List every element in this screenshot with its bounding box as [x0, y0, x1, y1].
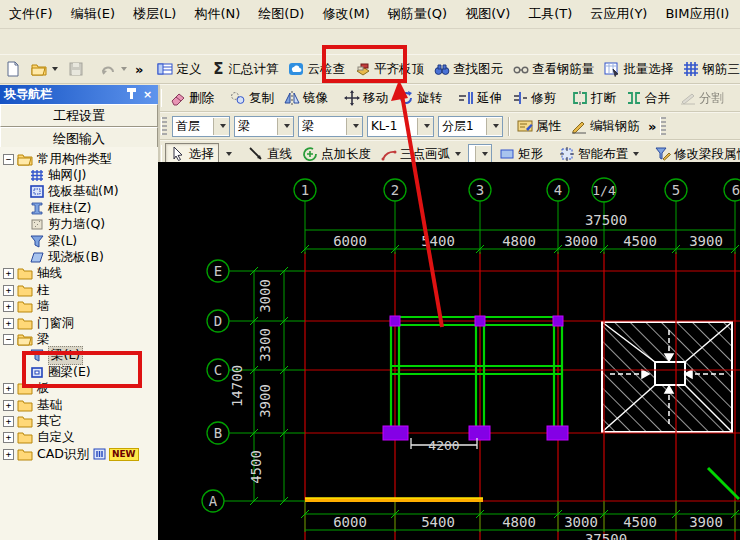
copy-icon [230, 90, 246, 106]
batch-select-button[interactable]: 批量选择 [599, 58, 678, 81]
menu-item-file[interactable]: 文件(F) [0, 2, 62, 26]
mirror-icon [284, 90, 300, 106]
sum-calc-button[interactable]: Σ汇总计算 [206, 57, 283, 81]
tree-item-beam-selected[interactable]: 梁(L) [0, 348, 158, 364]
menu-item-cloud[interactable]: 云应用(Y) [581, 2, 656, 26]
open-folder-icon [17, 333, 33, 346]
expand-icon[interactable] [3, 268, 14, 279]
chevron-down-icon[interactable] [346, 118, 362, 135]
menu-item-modify[interactable]: 修改(M) [313, 2, 378, 26]
expand-icon[interactable] [3, 416, 14, 427]
rotate-button[interactable]: 旋转 [393, 87, 447, 110]
tree-item-cad-recognition[interactable]: CAD识别NEW [0, 446, 158, 462]
tree-item-foundation[interactable]: 基础 [0, 397, 158, 413]
svg-text:D: D [214, 313, 222, 329]
menu-item-view[interactable]: 视图(V) [456, 2, 519, 26]
binoculars-icon [434, 61, 450, 77]
raft-icon [30, 185, 44, 198]
select-dropdown-button[interactable] [219, 149, 237, 159]
toolbar-overflow-button[interactable]: » [132, 62, 146, 77]
save-button[interactable] [63, 58, 89, 80]
expand-icon[interactable] [3, 285, 14, 296]
chevron-down-icon[interactable] [417, 118, 433, 135]
tree-item-slab[interactable]: 板 [0, 380, 158, 396]
chevron-down-icon[interactable] [475, 146, 491, 163]
properties-button[interactable]: 属性 [512, 115, 566, 138]
close-icon[interactable]: × [141, 88, 154, 101]
edit-rebar-button[interactable]: 编辑钢筋 [566, 115, 645, 138]
collapse-icon[interactable] [3, 334, 14, 345]
subcategory-select[interactable]: 梁 [298, 116, 363, 137]
tree-item-other[interactable]: 其它 [0, 413, 158, 429]
menu-item-rebar[interactable]: 钢筋量(Q) [379, 2, 456, 26]
category-select[interactable]: 梁 [234, 116, 294, 137]
break-button[interactable]: 打断 [567, 87, 621, 110]
delete-button[interactable]: 删除 [165, 87, 219, 110]
toolbar-drag-handle[interactable] [660, 117, 666, 135]
expand-icon[interactable] [3, 383, 14, 394]
rebar-3d-button[interactable]: 钢筋三维 [678, 58, 740, 81]
expand-icon[interactable] [3, 400, 14, 411]
merge-button[interactable]: 合并 [621, 87, 675, 110]
trim-button[interactable]: 修剪 [507, 87, 561, 110]
menu-item-edit[interactable]: 编辑(E) [62, 2, 124, 26]
find-element-button[interactable]: 查找图元 [429, 58, 508, 81]
tree-item-frame-column[interactable]: 框柱(Z) [0, 200, 158, 216]
chevron-down-icon[interactable] [213, 118, 229, 135]
tree-item-custom[interactable]: 自定义 [0, 430, 158, 446]
chevron-down-icon[interactable] [486, 118, 502, 135]
toolbar-drag-handle[interactable] [161, 117, 167, 135]
toolbar-drag-handle[interactable] [161, 89, 162, 107]
svg-text:1/4: 1/4 [592, 183, 616, 198]
new-file-button[interactable] [0, 58, 26, 80]
align-slab-top-button[interactable]: 平齐板顶 [350, 58, 429, 81]
expand-icon[interactable] [3, 449, 14, 460]
element-name-select[interactable]: KL-1 [367, 116, 434, 137]
menu-item-bim[interactable]: BIM应用(I) [656, 2, 738, 26]
tree-item-shear-wall[interactable]: 剪力墙(Q) [0, 217, 158, 233]
expand-icon[interactable] [3, 318, 14, 329]
diagonal-beam[interactable] [708, 468, 739, 499]
tree-item-axes[interactable]: 轴线 [0, 266, 158, 282]
expand-icon[interactable] [3, 301, 14, 312]
tree-item-raft-foundation[interactable]: 筏板基础(M) [0, 184, 158, 200]
extend-button[interactable]: 延伸 [453, 87, 507, 110]
toolbar-overflow-button[interactable]: » [645, 119, 659, 134]
cloud-check-button[interactable]: 云检查 [283, 58, 350, 81]
undo-button[interactable] [95, 58, 132, 80]
arc-icon [381, 146, 397, 162]
mirror-button[interactable]: 镜像 [279, 87, 333, 110]
beam-lines[interactable] [391, 317, 563, 428]
move-button[interactable]: 移动 [339, 87, 393, 110]
tree-item-column[interactable]: 柱 [0, 282, 158, 298]
view-rebar-button[interactable]: 查看钢筋量 [508, 58, 600, 81]
toolbar-drag-handle[interactable] [161, 145, 162, 163]
floor-select[interactable]: 首层 [172, 116, 230, 137]
chevron-down-icon[interactable] [277, 118, 293, 135]
align-button[interactable]: 对 [735, 87, 740, 110]
yellow-beam[interactable] [305, 498, 483, 502]
tree-item-wall[interactable]: 墙 [0, 299, 158, 315]
tree-item-openings[interactable]: 门窗洞 [0, 315, 158, 331]
project-settings-button[interactable]: 工程设置 [0, 104, 158, 127]
tree-item-axis-grid[interactable]: 轴网(J) [0, 167, 158, 183]
panel-title-bar[interactable]: 块导航栏 × [0, 85, 158, 104]
layer-select[interactable]: 分层1 [438, 116, 503, 137]
tree-item-beam[interactable]: 梁(L) [0, 233, 158, 249]
tree-item-ring-beam[interactable]: 圈梁(E) [0, 364, 158, 380]
copy-button[interactable]: 复制 [225, 87, 279, 110]
tree-item-cast-slab[interactable]: 现浇板(B) [0, 249, 158, 265]
open-file-button[interactable] [26, 58, 63, 80]
expand-icon[interactable] [3, 432, 14, 443]
define-button[interactable]: 定义 [152, 58, 206, 81]
menu-item-floor[interactable]: 楼层(L) [124, 2, 185, 26]
split-button[interactable]: 分割 [675, 87, 729, 110]
menu-item-element[interactable]: 构件(N) [185, 2, 249, 26]
tree-item-common-types[interactable]: 常用构件类型 [0, 151, 158, 167]
menu-item-draw[interactable]: 绘图(D) [249, 2, 313, 26]
menu-item-tools[interactable]: 工具(T) [519, 2, 581, 26]
pin-icon[interactable] [125, 88, 138, 101]
tree-item-beam-group[interactable]: 梁 [0, 331, 158, 347]
drawing-canvas[interactable]: 12 34 1/45 6 ED CB A 37500 6000 5400 480… [158, 162, 740, 540]
collapse-icon[interactable] [3, 154, 14, 165]
